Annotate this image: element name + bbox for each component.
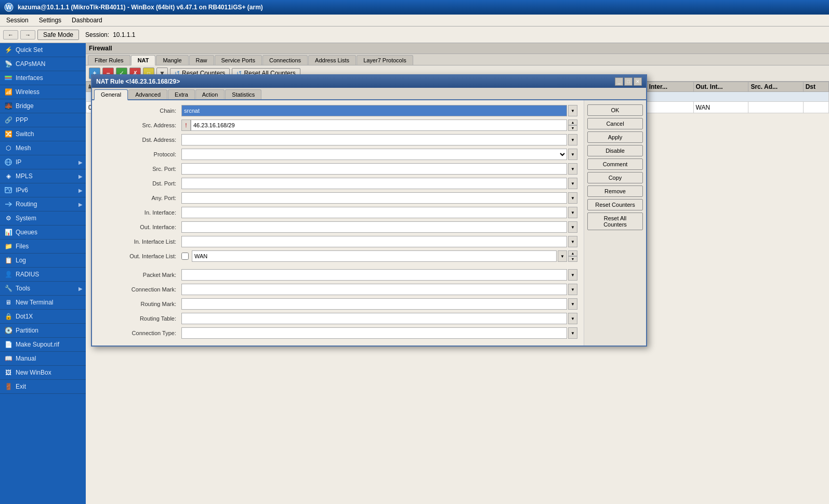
reset-all-counters-button[interactable]: Reset All Counters — [587, 213, 643, 230]
connection-mark-input[interactable] — [181, 284, 567, 295]
menu-dashboard[interactable]: Dashboard — [68, 16, 107, 25]
any-port-dropdown-btn[interactable]: ▼ — [568, 192, 577, 204]
tab-raw[interactable]: Raw — [189, 55, 214, 65]
sidebar-item-routing[interactable]: Routing ▶ — [0, 197, 86, 211]
sidebar-label-capsman: CAPsMAN — [16, 60, 45, 68]
sidebar-label-new-winbox: New WinBox — [16, 369, 51, 376]
sidebar-item-interfaces[interactable]: Interfaces — [0, 71, 86, 85]
ok-button[interactable]: OK — [587, 104, 643, 116]
tab-mangle[interactable]: Mangle — [156, 55, 188, 65]
dialog-maximize-button[interactable]: □ — [624, 77, 633, 86]
sidebar-item-dot1x[interactable]: 🔒 Dot1X — [0, 310, 86, 324]
in-interface-dropdown-btn[interactable]: ▼ — [568, 207, 577, 218]
menu-session[interactable]: Session — [2, 16, 33, 25]
protocol-select[interactable] — [181, 149, 567, 160]
src-address-input[interactable] — [191, 120, 567, 131]
sidebar-label-radius: RADIUS — [16, 271, 39, 278]
sidebar-item-tools[interactable]: 🔧 Tools ▶ — [0, 282, 86, 296]
sidebar-item-manual[interactable]: 📖 Manual — [0, 352, 86, 366]
any-port-input[interactable] — [181, 192, 567, 204]
sidebar-item-quick-set[interactable]: ⚡ Quick Set — [0, 43, 86, 57]
sidebar-item-partition[interactable]: 💽 Partition — [0, 324, 86, 338]
in-interface-list-input[interactable] — [181, 236, 567, 247]
tab-service-ports[interactable]: Service Ports — [215, 55, 262, 65]
apply-button[interactable]: Apply — [587, 131, 643, 143]
routing-table-input[interactable] — [181, 313, 567, 324]
sidebar-item-bridge[interactable]: 🌉 Bridge — [0, 99, 86, 113]
out-interface-input[interactable] — [181, 221, 567, 233]
out-interface-list-dropdown-btn[interactable]: ▼ — [558, 250, 567, 262]
src-port-dropdown-btn[interactable]: ▼ — [568, 163, 577, 175]
reset-counters-button[interactable]: Reset Counters — [587, 199, 643, 210]
dialog-tab-extra[interactable]: Extra — [168, 89, 195, 99]
sidebar-item-exit[interactable]: 🚪 Exit — [0, 380, 86, 394]
out-interface-list-input[interactable] — [192, 250, 557, 262]
forward-button[interactable]: → — [20, 30, 35, 39]
comment-button[interactable]: Comment — [587, 158, 643, 170]
connection-mark-label: Connection Mark: — [98, 286, 181, 293]
routing-table-dropdown-btn[interactable]: ▼ — [568, 313, 577, 324]
routing-mark-row: Routing Mark: ▼ — [98, 298, 577, 310]
sidebar-label-mesh: Mesh — [16, 144, 31, 152]
sidebar-item-capsman[interactable]: 📡 CAPsMAN — [0, 57, 86, 71]
in-interface-list-dropdown-btn[interactable]: ▼ — [568, 236, 577, 247]
dst-address-dropdown-btn[interactable]: ▼ — [568, 134, 577, 145]
src-address-excl-btn[interactable]: ! — [181, 120, 191, 131]
dialog-tab-statistics[interactable]: Statistics — [225, 89, 261, 99]
dst-address-input[interactable] — [181, 134, 567, 145]
sidebar-item-system[interactable]: ⚙ System — [0, 211, 86, 226]
tab-connections[interactable]: Connections — [262, 55, 308, 65]
dialog-close-button[interactable]: ✕ — [634, 77, 642, 86]
sidebar-item-new-winbox[interactable]: 🖼 New WinBox — [0, 366, 86, 380]
safe-mode-button[interactable]: Safe Mode — [37, 30, 79, 40]
protocol-dropdown-btn[interactable]: ▼ — [568, 149, 577, 160]
sidebar-item-make-supout[interactable]: 📄 Make Supout.rif — [0, 338, 86, 352]
session-label: Session: 10.1.1.1 — [85, 31, 135, 38]
routing-mark-dropdown-btn[interactable]: ▼ — [568, 298, 577, 310]
out-interface-list-up-btn[interactable]: ▲ — [568, 250, 577, 256]
sidebar-item-files[interactable]: 📁 Files — [0, 240, 86, 254]
packet-mark-dropdown-btn[interactable]: ▼ — [568, 269, 577, 281]
dst-port-dropdown-btn[interactable]: ▼ — [568, 178, 577, 189]
dialog-tab-advanced[interactable]: Advanced — [128, 89, 167, 99]
connection-type-input[interactable] — [181, 327, 567, 339]
packet-mark-input[interactable] — [181, 269, 567, 281]
dialog-tab-general[interactable]: General — [94, 89, 128, 100]
src-address-down-btn[interactable]: ▼ — [568, 125, 577, 131]
sidebar-item-queues[interactable]: 📊 Queues — [0, 226, 86, 240]
tab-nat[interactable]: NAT — [131, 55, 156, 65]
tab-layer7[interactable]: Layer7 Protocols — [357, 55, 413, 65]
sidebar-item-new-terminal[interactable]: 🖥 New Terminal — [0, 296, 86, 310]
cancel-button[interactable]: Cancel — [587, 118, 643, 129]
connection-mark-dropdown-btn[interactable]: ▼ — [568, 284, 577, 295]
back-button[interactable]: ← — [3, 30, 18, 39]
sidebar-item-mpls[interactable]: ◈ MPLS ▶ — [0, 169, 86, 183]
out-interface-dropdown-btn[interactable]: ▼ — [568, 221, 577, 233]
sidebar-item-ip[interactable]: IP ▶ — [0, 155, 86, 169]
src-address-up-btn[interactable]: ▲ — [568, 120, 577, 125]
tab-address-lists[interactable]: Address Lists — [308, 55, 356, 65]
disable-button[interactable]: Disable — [587, 145, 643, 156]
dialog-minimize-button[interactable]: _ — [615, 77, 623, 86]
tab-filter-rules[interactable]: Filter Rules — [88, 55, 130, 65]
sidebar-item-wireless[interactable]: 📶 Wireless — [0, 85, 86, 99]
sidebar-item-ppp[interactable]: 🔗 PPP — [0, 113, 86, 127]
dst-port-input[interactable] — [181, 178, 567, 189]
in-interface-input[interactable] — [181, 207, 567, 218]
routing-mark-input[interactable] — [181, 298, 567, 310]
sidebar-item-log[interactable]: 📋 Log — [0, 254, 86, 268]
sidebar-item-switch[interactable]: 🔀 Switch — [0, 127, 86, 141]
connection-type-dropdown-btn[interactable]: ▼ — [568, 327, 577, 339]
sidebar-item-ipv6[interactable]: IPv6 IPv6 ▶ — [0, 183, 86, 197]
menu-settings[interactable]: Settings — [35, 16, 65, 25]
remove-button[interactable]: Remove — [587, 185, 643, 197]
chain-input[interactable] — [181, 105, 567, 116]
sidebar-item-radius[interactable]: 👤 RADIUS — [0, 268, 86, 282]
out-interface-list-down-btn[interactable]: ▼ — [568, 256, 577, 262]
copy-button[interactable]: Copy — [587, 172, 643, 183]
dialog-tab-action[interactable]: Action — [195, 89, 225, 99]
sidebar-item-mesh[interactable]: ⬡ Mesh — [0, 141, 86, 155]
chain-dropdown-btn[interactable]: ▼ — [568, 105, 577, 116]
out-interface-list-checkbox[interactable] — [181, 253, 189, 260]
src-port-input[interactable] — [181, 163, 567, 175]
